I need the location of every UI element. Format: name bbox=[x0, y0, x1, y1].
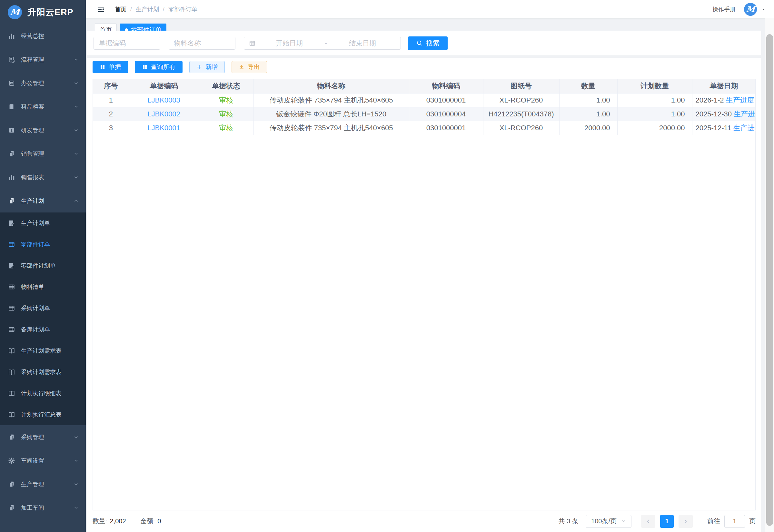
pages-icon bbox=[8, 504, 15, 511]
production-progress-link[interactable]: 生产进度 bbox=[733, 124, 755, 132]
end-date-placeholder[interactable]: 结束日期 bbox=[329, 39, 396, 48]
app-logo[interactable]: M 升阳云ERP bbox=[0, 0, 86, 24]
cell-plan-qty: 1.00 bbox=[617, 93, 692, 107]
search-icon bbox=[416, 40, 423, 46]
sidebar-item[interactable]: 采购管理 bbox=[0, 425, 86, 449]
col-date[interactable]: 单据日期 bbox=[692, 79, 755, 93]
sidebar-item[interactable]: 生产计划 bbox=[0, 189, 86, 212]
sidebar-item[interactable]: 销售管理 bbox=[0, 142, 86, 165]
sidebar-menu: 经营总控 流程管理 办公管理 料品档案 bbox=[0, 24, 86, 519]
user-menu-caret-icon[interactable] bbox=[761, 7, 766, 12]
chevron-icon bbox=[74, 198, 79, 203]
sidebar-item[interactable]: 零部件计划单 bbox=[0, 255, 86, 276]
sidebar-item[interactable]: 生产计划单 bbox=[0, 212, 86, 234]
document-button[interactable]: 单据 bbox=[93, 61, 128, 73]
breadcrumb-home[interactable]: 首页 bbox=[115, 5, 126, 13]
sidebar-item[interactable]: 销售报表 bbox=[0, 165, 86, 189]
sidebar-item-label: 零部件订单 bbox=[21, 241, 79, 248]
sidebar-item-label: 销售报表 bbox=[21, 173, 74, 181]
sidebar-item[interactable]: 生产计划需求表 bbox=[0, 340, 86, 361]
pagination: 共 3 条 100条/页 1 前往 bbox=[559, 515, 756, 528]
workflow-icon bbox=[8, 56, 15, 63]
export-button[interactable]: 导出 bbox=[232, 61, 267, 73]
sidebar-item[interactable]: 生产管理 bbox=[0, 472, 86, 496]
pages-icon bbox=[8, 434, 15, 441]
order-code-link[interactable]: LJBK0003 bbox=[147, 96, 180, 104]
sidebar-item-label: 经营总控 bbox=[21, 32, 79, 40]
chevron-icon bbox=[74, 175, 79, 180]
status-badge: 审核 bbox=[219, 96, 233, 104]
sidebar-item-label: 备库计划单 bbox=[21, 326, 79, 333]
sidebar-item[interactable]: 料品档案 bbox=[0, 95, 86, 118]
table-row[interactable]: 2 LJBK0002 审核 钣金铰链件 Φ20圆杆 总长LH=1520 0301… bbox=[93, 107, 755, 121]
page-unit-label: 页 bbox=[749, 517, 756, 526]
query-all-button[interactable]: 查询所有 bbox=[135, 61, 183, 73]
download-icon bbox=[239, 64, 244, 70]
manual-link[interactable]: 操作手册 bbox=[712, 5, 736, 13]
filter-card: 开始日期 - 结束日期 搜索 bbox=[87, 31, 761, 55]
sidebar-item[interactable]: 经营总控 bbox=[0, 24, 86, 48]
next-page-button[interactable] bbox=[679, 515, 693, 528]
material-name-input[interactable] bbox=[169, 37, 235, 50]
sidebar-item-label: 车间设置 bbox=[21, 457, 74, 465]
sidebar: M 升阳云ERP 经营总控 流程管理 办公管理 bbox=[0, 0, 86, 532]
user-avatar[interactable]: M bbox=[744, 3, 757, 16]
sidebar-item-label: 生产计划 bbox=[21, 197, 74, 205]
sidebar-item[interactable]: 流程管理 bbox=[0, 48, 86, 71]
cell-drawing-no: XL-RCOP260 bbox=[483, 121, 559, 135]
order-code-input[interactable] bbox=[94, 37, 160, 50]
date-range-picker[interactable]: 开始日期 - 结束日期 bbox=[244, 37, 401, 50]
table-footer: 数量: 2,002 金额: 0 共 3 条 100条/页 bbox=[93, 510, 756, 532]
col-plan-qty[interactable]: 计划数量 bbox=[617, 79, 692, 93]
sidebar-item[interactable]: 物料清单 bbox=[0, 276, 86, 298]
sidebar-item[interactable]: 加工车间 bbox=[0, 496, 86, 519]
chevron-icon bbox=[74, 81, 79, 86]
sidebar-item[interactable]: 备库计划单 bbox=[0, 319, 86, 340]
sidebar-item-label: 生产计划需求表 bbox=[21, 347, 79, 355]
tab[interactable]: 首页 bbox=[95, 24, 117, 31]
prev-page-button[interactable] bbox=[641, 515, 655, 528]
search-button[interactable]: 搜索 bbox=[408, 36, 448, 50]
sidebar-toggle-icon[interactable] bbox=[97, 5, 105, 14]
table-grid-icon bbox=[8, 305, 15, 312]
table-row[interactable]: 1 LJBK0003 审核 传动皮轮装件 735×794 主机孔540×605 … bbox=[93, 93, 755, 107]
cell-status: 审核 bbox=[199, 107, 253, 121]
tab[interactable]: 零部件订单 bbox=[120, 24, 166, 31]
col-material-name[interactable]: 物料名称 bbox=[253, 79, 409, 93]
main-area: 首页 / 生产计划 / 零部件订单 操作手册 M 首页 零部件订单 bbox=[86, 0, 774, 532]
sidebar-item-label: 流程管理 bbox=[21, 56, 74, 64]
col-qty[interactable]: 数量 bbox=[559, 79, 617, 93]
sidebar-item[interactable]: 采购计划需求表 bbox=[0, 361, 86, 383]
start-date-placeholder[interactable]: 开始日期 bbox=[256, 39, 323, 48]
col-material-code[interactable]: 物料编码 bbox=[409, 79, 483, 93]
sidebar-item[interactable]: 计划执行明细表 bbox=[0, 383, 86, 404]
add-button[interactable]: 新增 bbox=[189, 61, 225, 73]
doc-edit-icon bbox=[8, 220, 15, 227]
sidebar-item-label: 零部件计划单 bbox=[21, 262, 79, 270]
page-size-select[interactable]: 100条/页 bbox=[586, 515, 631, 528]
col-index[interactable]: 序号 bbox=[93, 79, 129, 93]
order-code-link[interactable]: LJBK0002 bbox=[147, 110, 180, 118]
goto-page-input[interactable] bbox=[724, 515, 745, 528]
sidebar-item[interactable]: 计划执行汇总表 bbox=[0, 404, 86, 425]
col-drawing-no[interactable]: 图纸号 bbox=[483, 79, 559, 93]
col-status[interactable]: 单据状态 bbox=[199, 79, 253, 93]
scrollbar-thumb[interactable] bbox=[766, 34, 773, 526]
order-code-link[interactable]: LJBK0001 bbox=[147, 124, 180, 132]
production-progress-link[interactable]: 生产进度 bbox=[734, 110, 755, 118]
app-logo-icon: M bbox=[8, 5, 22, 19]
cell-order-code: LJBK0003 bbox=[129, 93, 199, 107]
production-progress-link[interactable]: 生产进度 bbox=[726, 96, 754, 104]
toolbar: 单据 查询所有 新增 bbox=[93, 61, 756, 73]
office-icon bbox=[8, 80, 15, 87]
sidebar-item[interactable]: 车间设置 bbox=[0, 449, 86, 472]
col-order-code[interactable]: 单据编码 bbox=[129, 79, 199, 93]
sidebar-item[interactable]: 采购计划单 bbox=[0, 298, 86, 319]
pages-icon bbox=[8, 197, 15, 204]
current-page-button[interactable]: 1 bbox=[660, 515, 674, 528]
cell-material-code: 0301000004 bbox=[409, 107, 483, 121]
table-row[interactable]: 3 LJBK0001 审核 传动皮轮装件 735×794 主机孔540×605 … bbox=[93, 121, 755, 135]
sidebar-item[interactable]: 办公管理 bbox=[0, 71, 86, 95]
sidebar-item[interactable]: 零部件订单 bbox=[0, 234, 86, 255]
sidebar-item[interactable]: 研发管理 bbox=[0, 118, 86, 142]
